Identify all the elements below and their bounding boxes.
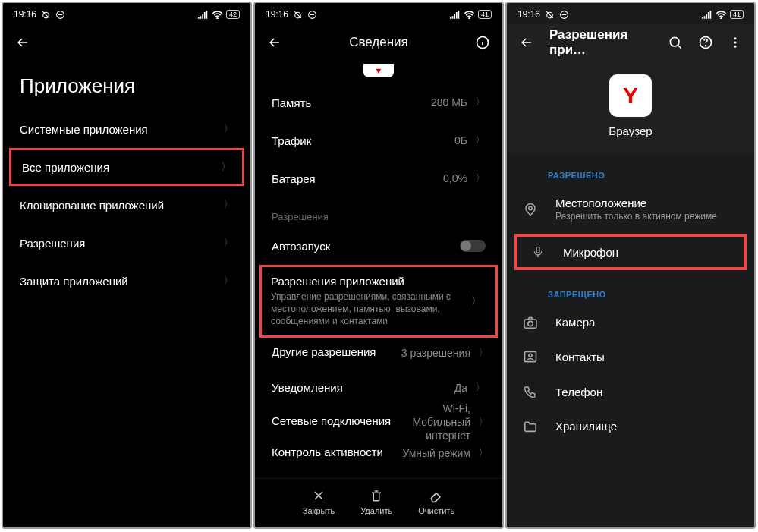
chevron-right-icon: 〉 — [478, 415, 489, 429]
svg-point-24 — [734, 37, 737, 39]
perm-sublabel: Разрешить только в активном режиме — [555, 211, 717, 222]
chevron-right-icon: 〉 — [478, 446, 489, 460]
button-label: Закрыть — [303, 506, 335, 515]
svg-point-25 — [734, 42, 737, 44]
perm-microphone-highlight: Микрофон — [514, 234, 747, 270]
row-other-permissions[interactable]: Другие разрешения 3 разрешения〉 — [255, 338, 502, 369]
alarm-off-icon — [293, 10, 303, 20]
battery-icon: 41 — [478, 10, 492, 19]
row-traffic[interactable]: Трафик 0Б〉 — [255, 121, 502, 159]
row-value: Wi-Fi, Мобильный интернет — [382, 401, 470, 443]
header — [3, 24, 250, 61]
row-app-protection[interactable]: Защита приложений 〉 — [3, 262, 250, 300]
row-clone-apps[interactable]: Клонирование приложений 〉 — [3, 186, 250, 224]
back-icon[interactable] — [267, 35, 282, 50]
section-permissions-label: Разрешения — [255, 197, 502, 227]
close-button[interactable]: Закрыть — [303, 488, 335, 515]
app-name: Браузер — [609, 124, 652, 137]
alarm-off-icon — [545, 10, 555, 20]
perm-label: Микрофон — [563, 246, 618, 259]
row-label: Системные приложения — [20, 123, 148, 136]
svg-point-23 — [706, 46, 706, 46]
screen-apps: 19:16 42 Приложения Системные приложения… — [2, 2, 252, 529]
row-label: Память — [272, 96, 311, 109]
app-header: Y Браузер — [507, 61, 754, 153]
more-icon[interactable] — [728, 36, 742, 49]
row-autostart[interactable]: Автозапуск — [255, 227, 502, 265]
search-icon[interactable] — [668, 35, 683, 50]
battery-icon: 41 — [730, 10, 744, 19]
section-allowed-label: Разрешено — [507, 153, 754, 186]
delete-button[interactable]: Удалить — [360, 488, 392, 515]
time: 19:16 — [266, 9, 288, 20]
row-label: Разрешения приложений — [271, 275, 486, 288]
row-activity-control[interactable]: Контроль активности Умный режим〉 — [255, 438, 502, 469]
back-icon[interactable] — [519, 35, 534, 50]
screen-app-info: 19:16 41 Сведения ▼ Память 280 МБ〉 Трафи… — [253, 2, 504, 529]
location-icon — [522, 203, 539, 216]
row-sublabel: Управление разрешениями, связанными с ме… — [271, 291, 468, 328]
chevron-right-icon: 〉 — [223, 198, 234, 212]
svg-rect-28 — [536, 247, 539, 253]
perm-microphone[interactable]: Микрофон — [525, 244, 736, 260]
perm-storage[interactable]: Хранилище — [507, 409, 754, 443]
perm-phone[interactable]: Телефон — [507, 374, 754, 409]
perm-contacts[interactable]: Контакты — [507, 339, 754, 374]
wifi-icon — [464, 11, 475, 19]
chevron-right-icon: 〉 — [475, 134, 486, 147]
svg-point-26 — [734, 46, 737, 48]
chevron-right-icon: 〉 — [221, 160, 231, 174]
row-value: 0,0% — [443, 172, 467, 184]
row-value: 3 разрешения — [401, 347, 470, 359]
row-label: Клонирование приложений — [20, 199, 164, 212]
row-value: Умный режим — [402, 447, 470, 459]
signal-icon — [702, 11, 712, 19]
alarm-off-icon — [41, 10, 51, 20]
signal-icon — [198, 11, 209, 19]
trash-icon — [370, 488, 383, 503]
perm-label: Хранилище — [555, 420, 617, 433]
button-label: Удалить — [360, 506, 392, 515]
svg-point-20 — [670, 37, 679, 46]
wifi-icon — [716, 11, 727, 19]
chevron-right-icon: 〉 — [475, 381, 486, 395]
row-storage[interactable]: Память 280 МБ〉 — [255, 83, 502, 121]
row-network[interactable]: Сетевые подключения Wi-Fi, Мобильный инт… — [255, 407, 502, 438]
time: 19:16 — [14, 9, 36, 20]
page-title: Приложения — [3, 61, 250, 110]
camera-icon — [522, 316, 539, 329]
row-value: Да — [454, 382, 467, 394]
screen-app-permissions: 19:16 41 Разрешения при… Y Браузер Разре… — [505, 2, 756, 529]
battery-icon: 42 — [226, 10, 240, 19]
chevron-right-icon: 〉 — [223, 236, 234, 250]
chevron-right-icon: 〉 — [475, 96, 486, 109]
row-system-apps[interactable]: Системные приложения 〉 — [3, 110, 250, 148]
wifi-icon — [212, 11, 223, 19]
perm-location[interactable]: Местоположение Разрешить только в активн… — [507, 186, 754, 232]
button-label: Очистить — [418, 506, 454, 515]
row-label: Уведомления — [272, 381, 343, 394]
perm-camera[interactable]: Камера — [507, 305, 754, 339]
app-icon: Y — [609, 74, 652, 117]
svg-point-9 — [469, 17, 470, 18]
perm-label: Камера — [555, 316, 595, 329]
row-app-permissions[interactable]: Разрешения приложений Управление разреше… — [259, 265, 498, 338]
help-icon[interactable] — [698, 35, 713, 50]
microphone-icon — [530, 244, 546, 260]
phone-icon — [522, 385, 539, 398]
header-title: Разрешения при… — [549, 27, 653, 58]
row-all-apps[interactable]: Все приложения 〉 — [9, 148, 244, 186]
row-battery[interactable]: Батарея 0,0%〉 — [255, 159, 502, 197]
info-icon[interactable] — [475, 35, 490, 50]
row-label: Батарея — [272, 172, 316, 185]
app-icon-partial: ▼ — [363, 64, 394, 77]
perm-label: Местоположение — [555, 197, 717, 209]
statusbar: 19:16 42 — [3, 3, 250, 24]
chevron-right-icon: 〉 — [475, 172, 486, 185]
row-label: Трафик — [272, 134, 311, 147]
back-icon[interactable] — [15, 35, 30, 50]
row-label: Автозапуск — [272, 240, 330, 253]
clear-button[interactable]: Очистить — [418, 488, 454, 515]
row-permissions[interactable]: Разрешения 〉 — [3, 224, 250, 262]
autostart-toggle[interactable] — [460, 240, 486, 252]
